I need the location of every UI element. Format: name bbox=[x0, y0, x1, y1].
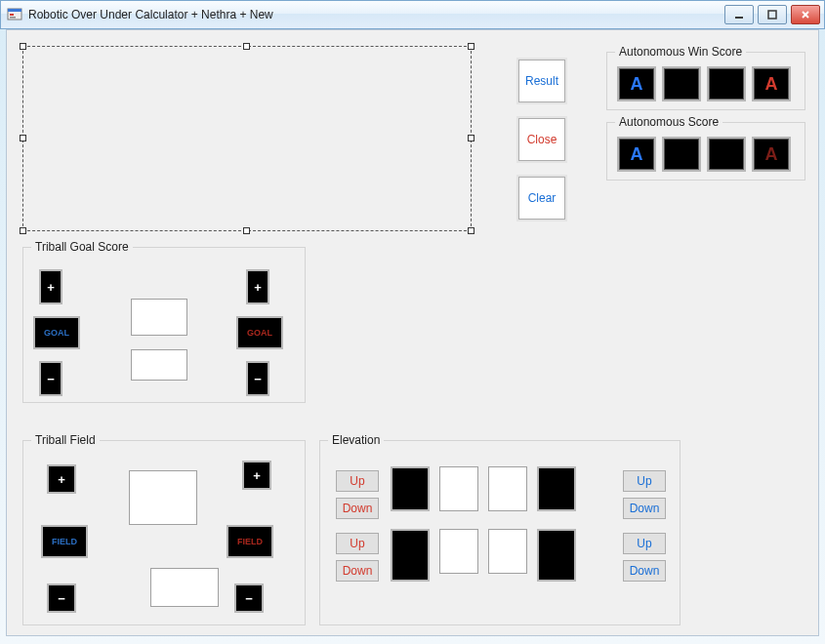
group-title: Elevation bbox=[328, 433, 384, 447]
resize-handle[interactable] bbox=[243, 227, 250, 234]
group-title: Triball Field bbox=[31, 433, 100, 447]
window-titlebar: Robotic Over Under Calculator + Nethra +… bbox=[0, 0, 825, 29]
group-title: Autonomous Win Score bbox=[615, 45, 746, 59]
elevation-red-up-1-button[interactable]: Up bbox=[336, 470, 379, 492]
elevation-blue-up-1-button[interactable]: Up bbox=[623, 470, 666, 492]
field-red-minus-button[interactable] bbox=[234, 584, 264, 613]
elevation-group: Elevation Up Down Up Down Up Down Up Dow… bbox=[319, 440, 681, 625]
minimize-button[interactable] bbox=[724, 5, 754, 24]
elevation-value-3-input[interactable] bbox=[439, 529, 478, 574]
triball-goal-score-group: Triball Goal Score GOAL GOAL bbox=[22, 247, 306, 403]
resize-handle[interactable] bbox=[468, 227, 474, 234]
svg-rect-1 bbox=[8, 9, 21, 12]
elevation-value-1-input[interactable] bbox=[439, 466, 478, 511]
field-value-2-input[interactable] bbox=[150, 568, 219, 607]
goal-blue-plus-button[interactable] bbox=[39, 269, 62, 304]
elevation-value-4-input[interactable] bbox=[488, 529, 527, 574]
close-window-button[interactable] bbox=[791, 5, 820, 24]
svg-rect-4 bbox=[735, 17, 743, 19]
field-red-plus-button[interactable] bbox=[242, 461, 271, 490]
goal-value-2-input[interactable] bbox=[131, 349, 187, 381]
elevation-blue-down-2-button[interactable]: Down bbox=[623, 560, 666, 582]
form-client-area: Result Close Clear Autonomous Win Score … bbox=[6, 29, 819, 636]
elevation-red-down-1-button[interactable]: Down bbox=[336, 498, 379, 519]
window-controls bbox=[721, 5, 820, 24]
elevation-tile bbox=[537, 466, 576, 511]
goal-blue-minus-button[interactable] bbox=[39, 361, 62, 396]
autonomous-score-tile[interactable] bbox=[707, 137, 746, 172]
field-blue-minus-button[interactable] bbox=[47, 584, 76, 613]
autonomous-score-tile[interactable] bbox=[662, 137, 701, 172]
svg-rect-3 bbox=[10, 17, 16, 19]
elevation-value-2-input[interactable] bbox=[488, 466, 527, 511]
goal-value-1-input[interactable] bbox=[131, 299, 187, 336]
autonomous-win-tile[interactable] bbox=[662, 66, 701, 101]
maximize-button[interactable] bbox=[758, 5, 787, 24]
field-red-label: FIELD bbox=[227, 525, 273, 558]
group-title: Autonomous Score bbox=[615, 115, 722, 129]
goal-red-minus-button[interactable] bbox=[246, 361, 269, 396]
autonomous-win-blue-tile[interactable]: A bbox=[617, 66, 656, 101]
triball-field-group: Triball Field FIELD FIELD bbox=[22, 440, 306, 625]
resize-handle[interactable] bbox=[20, 135, 26, 141]
group-title: Triball Goal Score bbox=[31, 240, 133, 254]
close-button[interactable]: Close bbox=[518, 118, 565, 161]
svg-rect-5 bbox=[768, 11, 776, 19]
resize-handle[interactable] bbox=[468, 135, 474, 141]
resize-handle[interactable] bbox=[468, 43, 474, 50]
goal-red-plus-button[interactable] bbox=[246, 269, 269, 304]
goal-red-label: GOAL bbox=[236, 316, 283, 349]
resize-handle[interactable] bbox=[243, 43, 250, 50]
autonomous-win-score-group: Autonomous Win Score A A bbox=[606, 52, 805, 110]
autonomous-score-red-tile[interactable]: A bbox=[752, 137, 791, 172]
elevation-tile bbox=[537, 529, 576, 582]
result-button[interactable]: Result bbox=[518, 60, 565, 102]
window-title: Robotic Over Under Calculator + Nethra +… bbox=[28, 8, 721, 21]
clear-button[interactable]: Clear bbox=[518, 177, 565, 220]
elevation-tile bbox=[391, 466, 430, 511]
elevation-red-up-2-button[interactable]: Up bbox=[336, 533, 379, 554]
goal-blue-label: GOAL bbox=[33, 316, 80, 349]
autonomous-score-blue-tile[interactable]: A bbox=[617, 137, 656, 172]
autonomous-score-group: Autonomous Score A A bbox=[606, 122, 805, 181]
resize-handle[interactable] bbox=[20, 227, 26, 234]
field-value-1-input[interactable] bbox=[129, 470, 197, 525]
app-icon bbox=[7, 7, 22, 22]
elevation-blue-up-2-button[interactable]: Up bbox=[623, 533, 666, 554]
resize-handle[interactable] bbox=[20, 43, 26, 50]
autonomous-win-tile[interactable] bbox=[707, 66, 746, 101]
elevation-tile bbox=[391, 529, 430, 582]
svg-rect-2 bbox=[10, 14, 14, 16]
output-picturebox[interactable] bbox=[22, 46, 472, 231]
elevation-red-down-2-button[interactable]: Down bbox=[336, 560, 379, 582]
autonomous-win-red-tile[interactable]: A bbox=[752, 66, 791, 101]
field-blue-plus-button[interactable] bbox=[47, 464, 76, 494]
field-blue-label: FIELD bbox=[41, 525, 88, 558]
elevation-blue-down-1-button[interactable]: Down bbox=[623, 498, 666, 519]
